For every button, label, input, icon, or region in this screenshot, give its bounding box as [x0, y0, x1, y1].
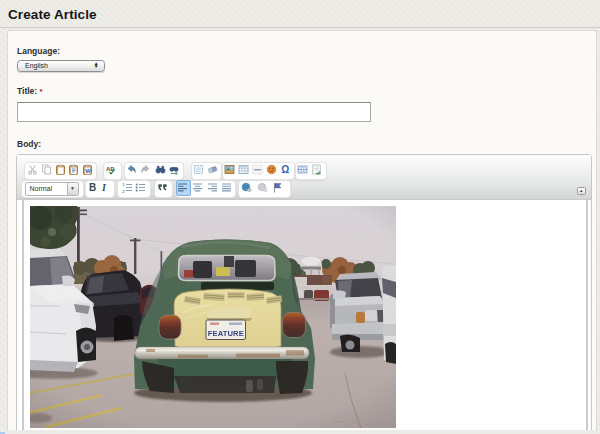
- svg-text:2: 2: [122, 188, 125, 192]
- svg-text:W: W: [85, 168, 91, 174]
- svg-text:1: 1: [122, 182, 125, 187]
- svg-text:Ω: Ω: [281, 164, 289, 175]
